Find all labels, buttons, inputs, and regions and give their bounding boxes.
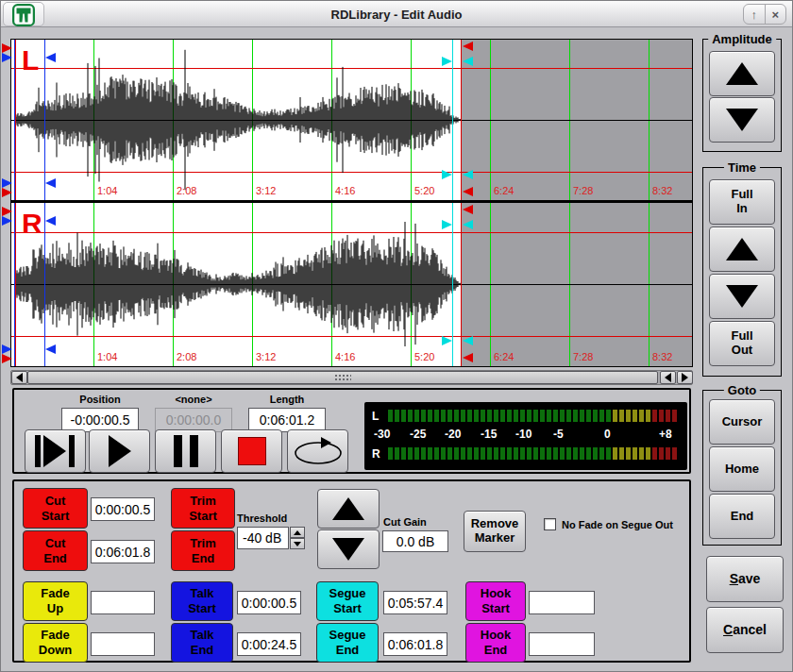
meter-segment — [626, 447, 631, 460]
length-label: Length — [248, 394, 326, 405]
meter-segment — [652, 447, 657, 460]
time-zoom-out-button[interactable] — [709, 274, 775, 319]
talk-start-button[interactable]: TalkStart — [171, 581, 233, 621]
segue-start-button[interactable]: SegueStart — [316, 581, 379, 621]
waveform-display[interactable]: 1:042:083:124:165:206:247:288:32L1:042:0… — [1, 39, 693, 367]
cancel-button[interactable]: Cancel — [706, 607, 784, 653]
up-arrow-icon — [332, 497, 364, 520]
meter-segment — [666, 447, 670, 460]
cut-end-button[interactable]: CutEnd — [23, 530, 88, 571]
play-button[interactable] — [89, 429, 150, 473]
down-arrow-icon — [726, 109, 758, 131]
svg-text:1:04: 1:04 — [97, 351, 117, 362]
svg-text:7:28: 7:28 — [573, 185, 593, 196]
meter-segment — [434, 410, 439, 422]
meter-segment — [395, 447, 399, 460]
no-fade-checkbox[interactable] — [544, 518, 556, 530]
meter-segment — [613, 447, 617, 460]
goto-home-button[interactable]: Home — [709, 446, 775, 492]
meter-segment — [619, 410, 624, 422]
up-arrow-icon — [726, 62, 758, 85]
scroll-left-button-2[interactable] — [660, 371, 676, 384]
left-arrow-icon — [16, 373, 23, 382]
threshold-up-button[interactable] — [290, 527, 305, 538]
meter-segment — [573, 447, 578, 460]
meter-segment — [454, 447, 459, 460]
cut-start-field[interactable]: 0:00:00.5 — [91, 497, 155, 521]
pause-button[interactable] — [155, 429, 216, 473]
play-from-start-icon — [35, 435, 76, 467]
waveform-scrollbar[interactable] — [10, 370, 693, 385]
meter-segment — [533, 447, 538, 460]
talk-end-button[interactable]: TalkEnd — [171, 623, 233, 663]
remove-marker-button[interactable]: RemoveMarker — [464, 511, 526, 552]
cut-gain-field[interactable]: 0.0 dB — [382, 530, 448, 552]
save-button[interactable]: Save — [706, 556, 784, 602]
fade-down-button[interactable]: FadeDown — [23, 623, 88, 663]
play-icon — [109, 435, 131, 467]
loop-button[interactable] — [287, 429, 348, 473]
stop-button[interactable] — [221, 429, 282, 473]
close-window-button[interactable]: × — [765, 5, 786, 24]
hook-start-button[interactable]: HookStart — [465, 581, 526, 621]
meter-segment — [481, 410, 485, 422]
goto-cursor-button[interactable]: Cursor — [709, 399, 775, 445]
meter-segment — [441, 410, 446, 422]
meter-segment — [514, 447, 518, 460]
fade-down-field[interactable] — [91, 632, 155, 656]
segue-end-button[interactable]: SegueEnd — [316, 623, 379, 663]
talk-start-field[interactable]: 0:00:00.5 — [237, 591, 301, 614]
fade-up-field[interactable] — [91, 591, 155, 614]
time-zoom-in-button[interactable] — [709, 227, 775, 272]
segue-end-field[interactable]: 0:06:01.8 — [383, 632, 447, 656]
hook-end-button[interactable]: HookEnd — [465, 623, 526, 663]
meter-segment — [586, 410, 591, 422]
threshold-down-button[interactable] — [290, 538, 305, 549]
time-full-out-button[interactable]: FullOut — [709, 321, 775, 366]
meter-segment — [428, 447, 432, 460]
meter-segment — [580, 447, 584, 460]
svg-text:L: L — [22, 44, 39, 76]
meter-segment — [613, 410, 617, 422]
meter-segment — [633, 410, 637, 422]
goto-end-button[interactable]: End — [709, 494, 775, 539]
meter-segment — [494, 410, 498, 422]
amplitude-down-button[interactable] — [709, 97, 775, 143]
gain-up-button[interactable] — [317, 489, 380, 529]
fade-up-button[interactable]: FadeUp — [23, 581, 88, 621]
trim-end-button[interactable]: TrimEnd — [171, 530, 235, 571]
gain-down-button[interactable] — [317, 529, 380, 569]
segue-start-field[interactable]: 0:05:57.4 — [383, 591, 447, 614]
meter-segment — [593, 410, 598, 422]
no-fade-label: No Fade on Segue Out — [562, 519, 673, 530]
meter-segment — [639, 447, 644, 460]
meter-segment — [447, 447, 452, 460]
meter-segment — [520, 410, 525, 422]
amplitude-up-button[interactable] — [709, 51, 775, 96]
scroll-right-button[interactable] — [677, 371, 693, 384]
edit-audio-window: RDLibrary - Edit Audio ↑ × 1:042:083:124… — [0, 0, 793, 672]
cut-start-button[interactable]: CutStart — [23, 488, 88, 529]
meter-segment — [421, 410, 426, 422]
time-full-in-button[interactable]: FullIn — [709, 179, 775, 225]
titlebar[interactable]: RDLibrary - Edit Audio ↑ × — [1, 1, 792, 27]
meter-segment — [547, 447, 551, 460]
meter-segment — [500, 410, 505, 422]
meter-segment — [487, 447, 492, 460]
shade-window-button[interactable]: ↑ — [744, 5, 765, 24]
threshold-spinbox[interactable]: -40 dB — [237, 527, 305, 549]
talk-end-field[interactable]: 0:00:24.5 — [237, 632, 301, 656]
meter-segment — [500, 447, 505, 460]
play-from-start-button[interactable] — [25, 429, 86, 473]
trim-start-button[interactable]: TrimStart — [171, 488, 235, 529]
meter-segment — [606, 410, 611, 422]
scroll-left-button[interactable] — [11, 371, 27, 384]
hook-start-field[interactable] — [529, 591, 595, 614]
hook-end-field[interactable] — [529, 632, 595, 656]
none-label: <none> — [155, 394, 232, 405]
cut-end-field[interactable]: 0:06:01.8 — [91, 540, 155, 563]
meter-segment — [388, 410, 393, 422]
meter-segment — [606, 447, 611, 460]
threshold-value[interactable]: -40 dB — [237, 527, 289, 549]
scrollbar-thumb[interactable] — [27, 371, 658, 384]
